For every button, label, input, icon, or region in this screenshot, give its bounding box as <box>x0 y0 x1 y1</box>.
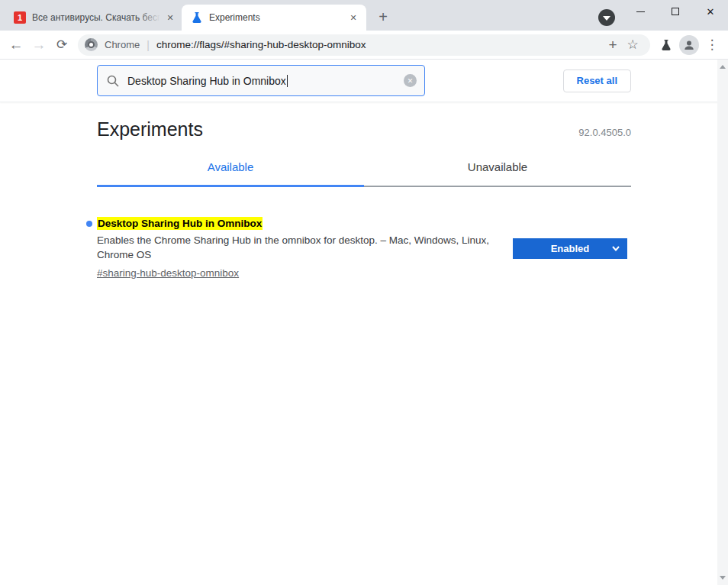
profile-button[interactable] <box>678 34 701 57</box>
flags-page: Desktop Sharing Hub in Omnibox ✕ Reset a… <box>0 60 728 585</box>
tab-available[interactable]: Available <box>97 160 364 187</box>
title-fade <box>139 12 160 23</box>
tab-title: Все антивирусы. Скачать беспл <box>32 12 160 23</box>
address-bar[interactable]: Chrome | chrome://flags/#sharing-hub-des… <box>78 34 650 56</box>
close-tab-icon[interactable]: ✕ <box>163 11 177 24</box>
scroll-up-icon[interactable] <box>720 65 726 69</box>
flask-icon <box>191 11 203 24</box>
experiment-name: Desktop Sharing Hub in Omnibox <box>97 218 503 229</box>
reload-button[interactable]: ⟳ <box>50 34 73 57</box>
reset-all-button[interactable]: Reset all <box>563 69 631 92</box>
browser-toolbar: ← → ⟳ Chrome | chrome://flags/#sharing-h… <box>0 31 728 60</box>
flags-search-row: Desktop Sharing Hub in Omnibox ✕ Reset a… <box>0 60 728 102</box>
search-icon <box>106 74 120 88</box>
tab-experiments[interactable]: Experiments ✕ <box>182 5 366 31</box>
favicon-text: 1 <box>18 13 22 22</box>
experiment-text: Desktop Sharing Hub in Omnibox Enables t… <box>97 218 503 280</box>
page-header: Experiments 92.0.4505.0 <box>97 118 631 141</box>
experiments-flask-button[interactable] <box>655 34 678 57</box>
minimize-button[interactable] <box>623 0 658 23</box>
site-chip: Chrome <box>105 39 140 50</box>
minimize-icon <box>636 11 645 12</box>
page-title: Experiments <box>97 118 203 141</box>
tab-unavailable[interactable]: Unavailable <box>364 160 631 187</box>
chevron-down-icon <box>603 16 610 21</box>
text-caret <box>287 75 288 87</box>
tab-search-button[interactable] <box>598 9 615 26</box>
red-one-favicon: 1 <box>14 11 26 24</box>
clear-search-icon[interactable]: ✕ <box>404 74 417 87</box>
search-highlight: Desktop Sharing Hub in Omnibox <box>97 217 263 230</box>
tab-title: Experiments <box>209 12 343 23</box>
select-value: Enabled <box>551 243 590 254</box>
add-icon[interactable]: + <box>603 35 623 55</box>
reload-icon: ⟳ <box>56 37 67 53</box>
close-window-button[interactable]: ✕ <box>693 0 728 23</box>
menu-button[interactable]: ⋮ <box>701 34 723 57</box>
tab-antivirus-site[interactable]: 1 Все антивирусы. Скачать беспл ✕ <box>6 5 182 31</box>
experiment-permalink[interactable]: #sharing-hub-desktop-omnibox <box>97 267 239 279</box>
scroll-down-icon[interactable] <box>720 576 726 580</box>
maximize-icon <box>672 8 679 15</box>
forward-button[interactable]: → <box>27 34 50 57</box>
flask-icon <box>660 39 672 51</box>
search-value: Desktop Sharing Hub in Omnibox <box>127 75 286 87</box>
tab-strip: 1 Все антивирусы. Скачать беспл ✕ Experi… <box>0 0 728 31</box>
modified-dot <box>86 221 92 227</box>
bookmark-star-icon[interactable]: ☆ <box>623 35 643 55</box>
experiment-row: Desktop Sharing Hub in Omnibox Enables t… <box>97 218 631 280</box>
kebab-menu-icon: ⋮ <box>706 37 719 53</box>
flags-content: Experiments 92.0.4505.0 Available Unavai… <box>97 118 631 280</box>
back-button[interactable]: ← <box>5 34 27 57</box>
avatar <box>679 35 699 55</box>
experiment-value-select[interactable]: Enabled <box>513 238 627 259</box>
browser-window: { "colors": { "accent_blue": "#1a73e8", … <box>0 0 728 585</box>
close-tab-icon[interactable]: ✕ <box>346 11 360 24</box>
page-scrollbar[interactable] <box>717 60 728 585</box>
flags-search-input[interactable]: Desktop Sharing Hub in Omnibox ✕ <box>97 65 425 96</box>
window-controls: ✕ <box>623 0 728 23</box>
flags-tab-bar: Available Unavailable <box>97 160 631 187</box>
maximize-button[interactable] <box>658 0 693 23</box>
chip-separator: | <box>147 39 150 51</box>
experiment-description: Enables the Chrome Sharing Hub in the om… <box>97 233 503 262</box>
new-tab-button[interactable]: + <box>372 6 394 27</box>
forward-arrow-icon: → <box>32 37 47 53</box>
url-text[interactable]: chrome://flags/#sharing-hub-desktop-omni… <box>156 39 603 50</box>
version-label: 92.0.4505.0 <box>578 127 631 138</box>
chrome-logo-icon <box>85 38 98 51</box>
back-arrow-icon: ← <box>9 37 24 53</box>
close-icon: ✕ <box>707 6 715 18</box>
chevron-down-icon <box>611 244 620 253</box>
person-icon <box>683 39 695 51</box>
